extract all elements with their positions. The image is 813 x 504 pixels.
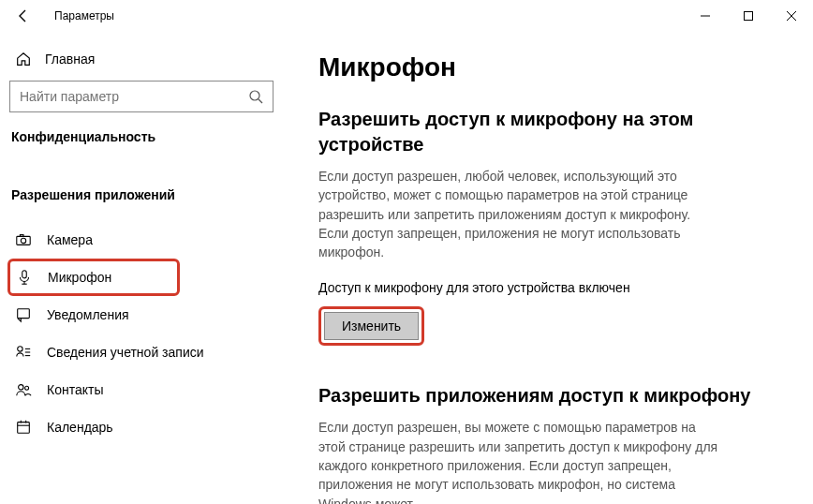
change-button[interactable]: Изменить [324,312,419,340]
section-description-apps: Если доступ разрешен, вы можете с помощь… [318,418,721,504]
arrow-left-icon [16,8,31,23]
minimize-button[interactable] [684,0,727,32]
svg-rect-12 [18,309,30,319]
sidebar-item-calendar[interactable]: Календарь [9,408,290,446]
svg-rect-8 [20,235,23,237]
section-heading-device-access: Разрешить доступ к микрофону на этом уст… [318,107,785,157]
sidebar-item-label: Контакты [47,382,103,397]
svg-rect-9 [22,271,27,278]
sidebar-home-label: Главная [45,52,95,67]
contacts-icon [15,381,32,398]
window-title: Параметры [54,9,114,22]
search-input[interactable] [20,89,248,104]
change-button-highlight: Изменить [318,306,424,346]
svg-point-7 [21,238,25,243]
svg-rect-19 [18,422,30,434]
maximize-icon [744,11,753,21]
svg-line-5 [259,99,262,103]
titlebar: Параметры [0,0,813,32]
sidebar-item-label: Уведомления [47,307,129,322]
camera-icon [15,231,32,248]
sidebar-home[interactable]: Главная [9,43,290,81]
sidebar-item-account-info[interactable]: Сведения учетной записи [9,334,290,371]
svg-point-13 [18,347,22,351]
sidebar-section-permissions: Разрешения приложений [9,187,290,208]
account-icon [15,344,32,361]
microphone-icon [16,269,33,286]
sidebar: Главная Конфиденциальность Разрешения пр… [0,32,290,504]
sidebar-item-label: Камера [47,232,93,247]
sidebar-item-label: Календарь [47,420,113,435]
svg-point-4 [250,91,259,100]
close-icon [787,11,796,21]
calendar-icon [15,419,32,436]
main-content: Микрофон Разрешить доступ к микрофону на… [290,32,813,504]
section-heading-app-access: Разрешить приложениям доступ к микрофону [318,383,785,408]
sidebar-item-notifications[interactable]: Уведомления [9,296,290,334]
page-title: Микрофон [318,52,785,82]
home-icon [15,51,32,67]
sidebar-section-privacy: Конфиденциальность [9,129,290,150]
sidebar-item-contacts[interactable]: Контакты [9,371,290,408]
minimize-icon [701,11,710,21]
sidebar-item-microphone[interactable]: Микрофон [7,259,180,296]
sidebar-item-camera[interactable]: Камера [9,221,290,259]
svg-rect-1 [745,12,753,21]
sidebar-item-label: Микрофон [48,270,111,285]
sidebar-nav: Камера Микрофон Уведомления Сведения уче… [9,221,290,446]
mic-access-status: Доступ к микрофону для этого устройства … [318,280,785,295]
close-button[interactable] [770,0,813,32]
svg-point-18 [25,386,29,390]
section-description: Если доступ разрешен, любой человек, исп… [318,167,721,261]
maximize-button[interactable] [727,0,770,32]
svg-point-17 [19,385,23,390]
back-button[interactable] [13,6,34,26]
notification-icon [15,306,32,323]
search-input-wrap[interactable] [9,81,273,112]
search-icon [248,89,263,104]
sidebar-item-label: Сведения учетной записи [47,345,204,360]
